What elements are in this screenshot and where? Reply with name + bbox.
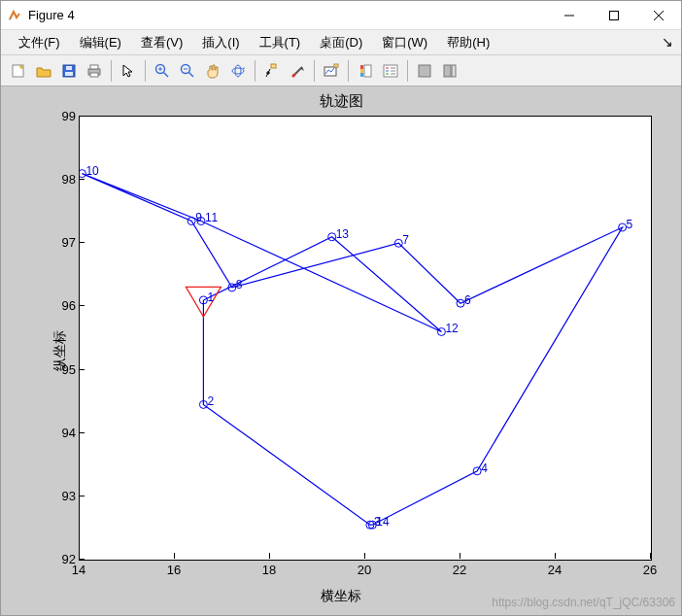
- point-label: 5: [627, 218, 633, 231]
- x-tick-label: 16: [167, 563, 181, 577]
- zoom-out-button[interactable]: [176, 59, 199, 83]
- pointer-button[interactable]: [117, 59, 140, 83]
- point-label: 12: [445, 322, 458, 335]
- x-tick-label: 20: [358, 563, 371, 577]
- watermark: https://blog.csdn.net/qT_jQC/63306: [492, 596, 675, 609]
- menu-insert[interactable]: 插入(I): [192, 31, 249, 54]
- point-label: 1: [207, 291, 214, 304]
- point-label: 8: [236, 278, 243, 291]
- undock-icon[interactable]: ↘: [662, 35, 673, 49]
- x-tick-label: 22: [453, 563, 466, 577]
- y-tick-label: 96: [47, 298, 76, 313]
- point-label: 4: [481, 462, 488, 475]
- rotate-3d-button[interactable]: [226, 59, 250, 83]
- svg-point-19: [235, 65, 241, 77]
- axes[interactable]: [79, 116, 652, 561]
- svg-rect-6: [66, 66, 72, 70]
- y-tick-label: 97: [47, 235, 76, 250]
- maximize-button[interactable]: [592, 1, 636, 30]
- svg-rect-9: [90, 65, 98, 69]
- svg-rect-20: [271, 64, 276, 68]
- svg-rect-28: [360, 65, 363, 69]
- y-tick-label: 98: [47, 172, 76, 187]
- point-label: 11: [205, 211, 218, 224]
- data-cursor-button[interactable]: [260, 59, 284, 83]
- brush-button[interactable]: [286, 59, 309, 83]
- x-tick-label: 14: [72, 563, 85, 577]
- toolbar-separator: [145, 60, 146, 82]
- point-label: 10: [85, 164, 98, 178]
- svg-line-12: [164, 72, 169, 77]
- toolbar-separator: [348, 60, 349, 82]
- plot-canvas: [80, 117, 651, 560]
- new-figure-button[interactable]: [7, 59, 30, 83]
- window-title: Figure 4: [28, 8, 75, 22]
- close-button[interactable]: [636, 1, 681, 30]
- print-button[interactable]: [83, 59, 106, 83]
- link-plot-button[interactable]: [320, 59, 343, 83]
- hide-tools-button[interactable]: [413, 59, 436, 83]
- legend-button[interactable]: [379, 59, 402, 83]
- y-tick-label: 95: [47, 361, 76, 376]
- menubar: 文件(F) 编辑(E) 查看(V) 插入(I) 工具(T) 桌面(D) 窗口(W…: [1, 30, 681, 55]
- point-label: 14: [376, 515, 389, 529]
- y-tick-label: 94: [47, 425, 76, 439]
- svg-rect-1: [610, 11, 619, 19]
- plot-title: 轨迹图: [1, 92, 681, 111]
- svg-point-18: [232, 68, 244, 74]
- svg-rect-10: [90, 73, 98, 77]
- point-label: 2: [207, 394, 214, 408]
- point-label: 9: [195, 211, 202, 224]
- svg-line-24: [295, 67, 302, 74]
- toolbar-separator: [111, 60, 112, 82]
- menu-help[interactable]: 帮助(H): [437, 31, 499, 54]
- menu-desktop[interactable]: 桌面(D): [310, 31, 372, 54]
- pan-button[interactable]: [201, 59, 224, 83]
- point-label: 13: [336, 227, 349, 241]
- menu-file[interactable]: 文件(F): [9, 31, 70, 54]
- show-tools-button[interactable]: [438, 59, 461, 83]
- svg-rect-39: [444, 65, 451, 77]
- toolbar-separator: [255, 60, 256, 82]
- titlebar: Figure 4: [1, 1, 681, 30]
- svg-rect-26: [334, 64, 338, 67]
- save-button[interactable]: [57, 59, 81, 83]
- open-button[interactable]: [32, 59, 55, 83]
- menu-window[interactable]: 窗口(W): [372, 31, 437, 54]
- minimize-button[interactable]: [547, 1, 592, 30]
- menu-view[interactable]: 查看(V): [131, 31, 192, 54]
- svg-rect-29: [360, 69, 363, 73]
- y-tick-label: 93: [47, 488, 76, 502]
- x-tick-label: 18: [262, 563, 276, 577]
- toolbar-separator: [314, 60, 315, 82]
- colorbar-button[interactable]: [354, 59, 377, 83]
- figure-area[interactable]: 轨迹图 纵坐标 横坐标 https://blog.csdn.net/qT_jQC…: [1, 86, 681, 615]
- point-label: 7: [402, 233, 409, 247]
- toolbar: [1, 55, 681, 86]
- menu-edit[interactable]: 编辑(E): [70, 31, 131, 54]
- toolbar-separator: [407, 60, 408, 82]
- y-tick-label: 99: [47, 109, 76, 123]
- menu-tools[interactable]: 工具(T): [250, 31, 311, 54]
- svg-line-16: [189, 72, 194, 77]
- x-tick-label: 26: [643, 563, 657, 577]
- zoom-in-button[interactable]: [151, 59, 174, 83]
- x-tick-label: 24: [548, 563, 562, 577]
- point-label: 6: [464, 293, 471, 307]
- svg-rect-38: [419, 65, 430, 77]
- svg-rect-30: [364, 65, 371, 77]
- svg-rect-40: [452, 65, 456, 77]
- svg-rect-7: [65, 72, 73, 76]
- matlab-icon: [7, 8, 22, 23]
